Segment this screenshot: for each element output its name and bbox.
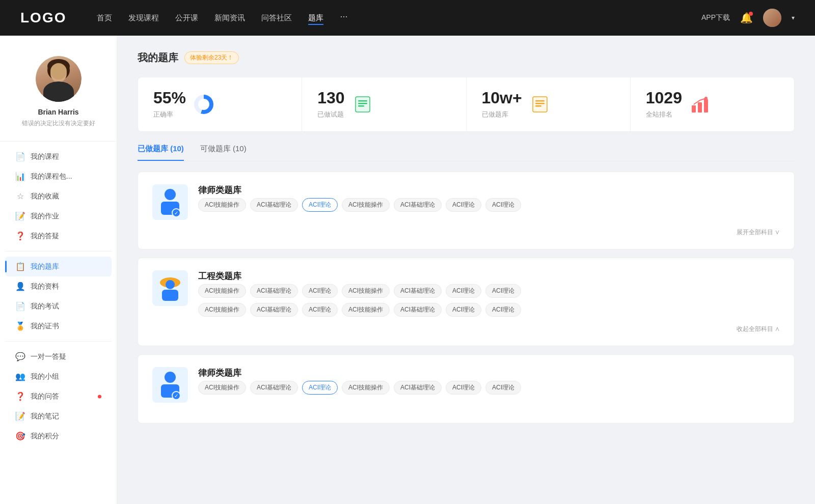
tag-item[interactable]: ACI理论 [485,303,521,317]
course-packages-icon: 📊 [15,172,25,181]
menu-points[interactable]: 🎯 我的积分 [5,426,112,446]
tag-item[interactable]: ACI理论 [485,198,521,212]
menu-exams[interactable]: 📄 我的考试 [5,296,112,316]
lawyer-svg-icon-2: ✓ [157,370,183,400]
tag-item[interactable]: ACI基础理论 [250,303,298,317]
nav-home[interactable]: 首页 [97,11,112,25]
notification-dot [749,12,753,16]
done-questions-info: 130 已做试题 [317,90,344,119]
rank-label: 全站排名 [646,110,682,119]
tag-item[interactable]: ACI技能操作 [342,198,390,212]
svg-rect-24 [162,290,178,301]
nav-open-course[interactable]: 公开课 [175,11,198,25]
bell-icon[interactable]: 🔔 [740,12,753,24]
logo: LOGO [20,10,66,26]
done-banks-icon [530,95,550,114]
nav-links: 首页 发现课程 公开课 新闻资讯 问答社区 题库 ··· [97,11,681,25]
tag-item[interactable]: ACI理论 [446,198,481,212]
menu-profile[interactable]: 👤 我的资料 [5,276,112,296]
svg-point-25 [165,372,176,383]
points-icon: 🎯 [15,431,25,441]
tag-item[interactable]: ACI基础理论 [394,198,442,212]
tag-item[interactable]: ACI理论 [485,381,521,395]
tag-item[interactable]: ACI理论 [446,284,481,298]
nav-more[interactable]: ··· [340,11,347,25]
menu-my-qa[interactable]: ❓ 我的答疑 [5,226,112,246]
user-avatar-nav[interactable] [763,9,781,27]
menu-notes[interactable]: 📝 我的笔记 [5,406,112,426]
nav-app-download[interactable]: APP下载 [701,13,730,22]
tag-item[interactable]: ACI基础理论 [250,381,298,395]
done-questions-label: 已做试题 [317,110,344,119]
tag-item[interactable]: ACI理论 [302,284,338,298]
svg-point-3 [44,81,73,102]
tags-row-2b: ACI技能操作 ACI基础理论 ACI理论 ACI技能操作 ACI基础理论 AC… [198,303,780,317]
stat-rank: 1029 全站排名 [631,77,794,131]
tag-item[interactable]: ACI技能操作 [342,381,390,395]
menu-favorites[interactable]: ☆ 我的收藏 [5,186,112,206]
tag-item[interactable]: ACI基础理论 [394,303,442,317]
tag-item[interactable]: ACI技能操作 [198,303,246,317]
tab-available-banks[interactable]: 可做题库 (10) [200,144,247,161]
menu-label: 我的收藏 [31,192,59,201]
nav-discover[interactable]: 发现课程 [128,11,159,25]
collapse-link-2[interactable]: 收起全部科目 ∧ [152,325,780,333]
tag-item[interactable]: ACI理论 [485,284,521,298]
menu-homework[interactable]: 📝 我的作业 [5,206,112,226]
questions-icon: ❓ [15,391,25,401]
tag-item[interactable]: ACI理论 [446,303,481,317]
tag-item-active[interactable]: ACI理论 [302,198,338,212]
sidebar-divider-3 [5,341,112,342]
tag-item[interactable]: ACI基础理论 [250,198,298,212]
expand-link-1[interactable]: 展开全部科目 ∨ [152,228,780,237]
question-notification-dot [98,395,101,398]
tag-item[interactable]: ACI理论 [446,381,481,395]
tag-item[interactable]: ACI技能操作 [342,303,390,317]
menu-label: 我的题库 [31,262,59,271]
tab-done-banks[interactable]: 已做题库 (10) [138,144,184,161]
tag-item[interactable]: ACI技能操作 [342,284,390,298]
stat-done-banks: 10w+ 已做题库 [467,77,631,131]
nav-news[interactable]: 新闻资讯 [214,11,245,25]
my-qa-icon: ❓ [15,231,25,241]
dropdown-arrow[interactable]: ▾ [792,14,795,21]
qbank-icon-wrap-1: ✓ [152,184,188,220]
menu-label: 我的积分 [31,432,59,441]
navbar: LOGO 首页 发现课程 公开课 新闻资讯 问答社区 题库 ··· APP下载 … [0,0,815,36]
tag-item-active[interactable]: ACI理论 [302,381,338,395]
rank-icon [690,95,710,114]
menu-certificate[interactable]: 🏅 我的证书 [5,316,112,336]
lawyer-svg-icon-1: ✓ [157,187,183,217]
menu-label: 我的作业 [31,212,59,221]
tag-item[interactable]: ACI技能操作 [198,381,246,395]
page-title: 我的题库 [138,51,178,65]
tag-item[interactable]: ACI技能操作 [198,198,246,212]
nav-right: APP下载 🔔 ▾ [701,9,795,27]
menu-my-courses[interactable]: 📄 我的课程 [5,147,112,166]
qbank-icon: 📋 [15,262,25,271]
menu-questions[interactable]: ❓ 我的问答 [5,386,112,406]
stats-row: 55% 正确率 130 已做试题 [138,77,795,132]
menu-1on1-qa[interactable]: 💬 一对一答疑 [5,347,112,367]
tags-row-2a: ACI技能操作 ACI基础理论 ACI理论 ACI技能操作 ACI基础理论 AC… [198,284,780,298]
user-motto: 错误的决定比没有决定要好 [0,119,117,128]
menu-course-packages[interactable]: 📊 我的课程包... [5,166,112,186]
tag-item[interactable]: ACI基础理论 [394,284,442,298]
rank-value: 1029 [646,90,682,106]
1on1-icon: 💬 [15,352,25,361]
menu-label: 我的问答 [31,392,59,401]
tag-item[interactable]: ACI技能操作 [198,284,246,298]
menu-groups[interactable]: 👥 我的小组 [5,367,112,386]
tag-item[interactable]: ACI基础理论 [250,284,298,298]
qbank-header-3: ✓ 律师类题库 ACI技能操作 ACI基础理论 ACI理论 ACI技能操作 AC… [152,367,780,403]
tag-item[interactable]: ACI基础理论 [394,381,442,395]
svg-text:✓: ✓ [174,393,178,399]
exams-icon: 📄 [15,301,25,311]
menu-qbank[interactable]: 📋 我的题库 [5,257,112,276]
accuracy-donut-icon [194,95,213,114]
nav-qa[interactable]: 问答社区 [261,11,292,25]
tag-item[interactable]: ACI理论 [302,303,338,317]
svg-point-17 [165,189,176,200]
nav-qbank[interactable]: 题库 [308,11,323,25]
avatar-image [763,9,781,27]
